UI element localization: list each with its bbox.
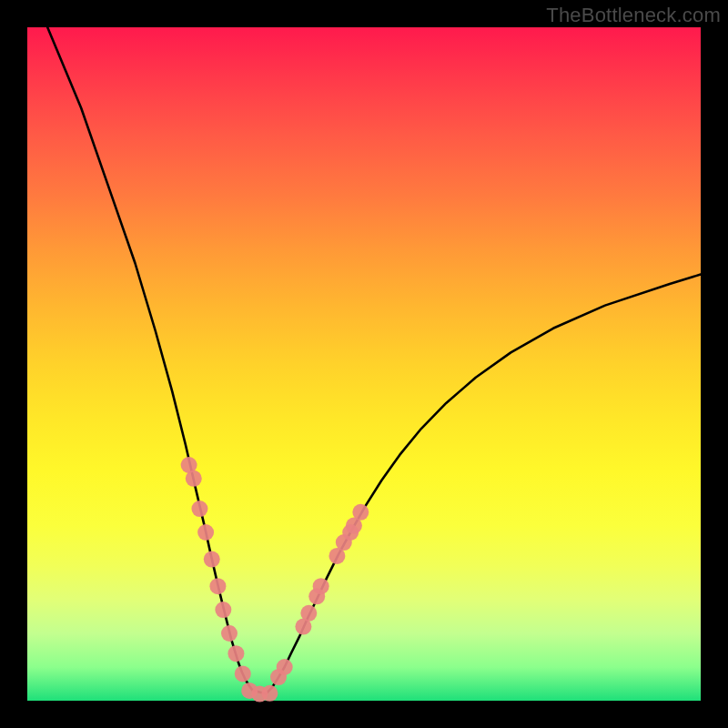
data-marker xyxy=(261,685,278,702)
chart-svg xyxy=(27,27,701,701)
curve-right-arm xyxy=(266,275,701,694)
data-marker xyxy=(215,602,231,618)
curve-left-arm xyxy=(47,27,266,694)
data-marker xyxy=(221,625,238,642)
chart-frame: TheBottleneck.com xyxy=(0,0,728,728)
data-marker xyxy=(313,578,329,594)
data-marker xyxy=(197,524,214,541)
data-marker xyxy=(277,659,293,675)
data-marker xyxy=(228,645,244,662)
plot-area xyxy=(27,27,701,701)
data-marker xyxy=(204,551,220,568)
data-marker xyxy=(209,578,226,594)
marker-group xyxy=(181,457,369,703)
watermark-text: TheBottleneck.com xyxy=(546,4,721,27)
curve-group xyxy=(47,27,701,694)
data-marker xyxy=(352,504,369,521)
data-marker xyxy=(186,470,202,487)
data-marker xyxy=(300,605,317,622)
data-marker xyxy=(235,665,251,682)
data-marker xyxy=(191,500,207,517)
